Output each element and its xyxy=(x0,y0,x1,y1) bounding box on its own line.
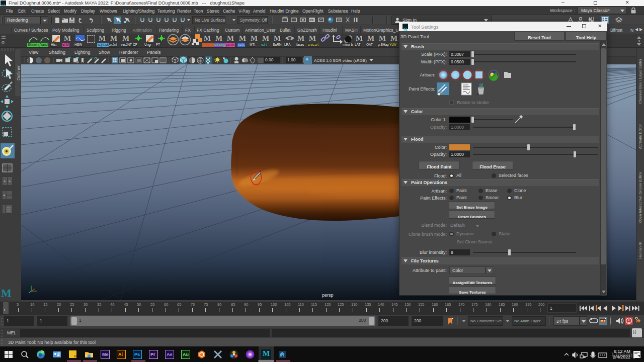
svg-text:+: + xyxy=(9,179,11,184)
svg-text:+: + xyxy=(4,179,6,184)
svg-text:IPR: IPR xyxy=(309,19,314,22)
svg-text:persp: persp xyxy=(322,293,334,298)
svg-text:+: + xyxy=(3,193,6,198)
